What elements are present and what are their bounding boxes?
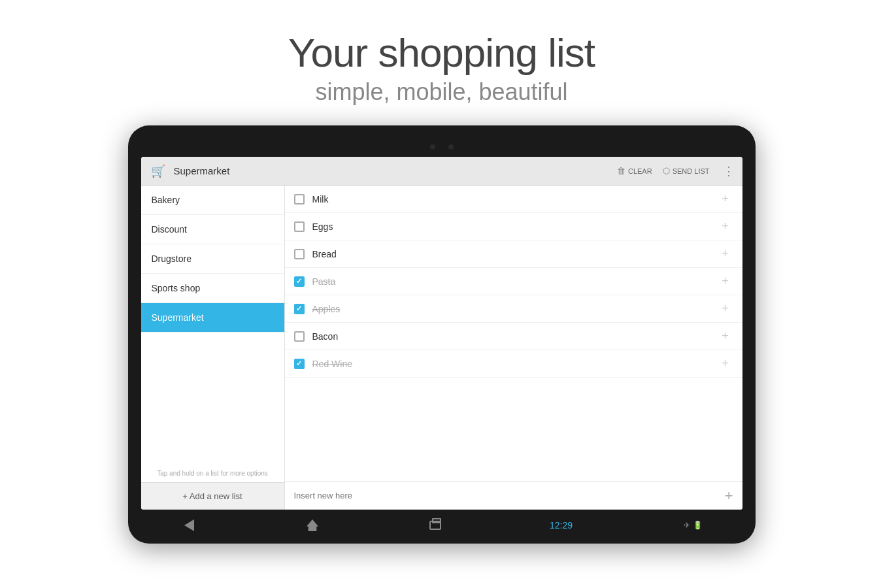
hero-section: Your shopping list simple, mobile, beaut… — [0, 0, 883, 119]
battery-icon: 🔋 — [693, 521, 703, 530]
basket-icon: 🛒 — [151, 164, 165, 178]
checked-box — [294, 276, 305, 287]
add-list-button[interactable]: + Add a new list — [141, 482, 284, 510]
overflow-menu-icon[interactable]: ⋮ — [723, 164, 735, 178]
sidebar: Bakery Discount Drugstore Sports shop Su — [141, 186, 285, 510]
clear-button[interactable]: 🗑 CLEAR — [617, 166, 652, 176]
item-name-bacon: Bacon — [312, 331, 718, 342]
status-time: 12:29 — [550, 520, 573, 531]
item-name-bread: Bread — [312, 249, 718, 259]
item-add-redwine[interactable]: + — [718, 357, 733, 370]
list-item[interactable]: Eggs + — [285, 213, 742, 240]
front-sensor — [448, 144, 454, 150]
screen: 🛒 Supermarket 🗑 CLEAR ⬡ SEND LIST ⋮ — [141, 157, 742, 510]
front-camera — [430, 144, 435, 150]
sidebar-item-bakery[interactable]: Bakery — [141, 186, 284, 215]
item-add-milk[interactable]: + — [718, 192, 733, 206]
trash-icon: 🗑 — [617, 166, 625, 176]
item-name-apples: Apples — [312, 304, 718, 314]
main-content: Milk + Eggs + — [285, 186, 742, 510]
unchecked-box — [294, 221, 305, 232]
item-name-eggs: Eggs — [312, 221, 718, 232]
insert-add-button[interactable]: + — [725, 487, 733, 504]
status-icons: ✈ 🔋 — [684, 521, 703, 530]
item-name-pasta: Pasta — [312, 276, 718, 287]
sidebar-list: Bakery Discount Drugstore Sports shop Su — [141, 186, 284, 465]
app-logo: 🛒 — [149, 162, 167, 180]
list-item[interactable]: Red Wine + — [285, 350, 742, 378]
tablet-wrapper: 🛒 Supermarket 🗑 CLEAR ⬡ SEND LIST ⋮ — [0, 125, 883, 544]
insert-input[interactable] — [294, 491, 725, 500]
recents-icon — [429, 521, 441, 530]
tablet-device: 🛒 Supermarket 🗑 CLEAR ⬡ SEND LIST ⋮ — [128, 125, 756, 544]
item-checkbox-bread[interactable] — [294, 249, 305, 259]
bottom-bezel: 12:29 ✈ 🔋 — [141, 510, 742, 541]
list-item[interactable]: Bread + — [285, 240, 742, 268]
insert-row: + — [285, 481, 742, 510]
list-item[interactable]: Apples + — [285, 295, 742, 323]
clear-label: CLEAR — [628, 167, 652, 175]
recents-button[interactable] — [426, 519, 444, 532]
items-list: Milk + Eggs + — [285, 186, 742, 481]
back-button[interactable] — [180, 519, 199, 532]
sidebar-item-sports-shop[interactable]: Sports shop — [141, 274, 284, 303]
item-name-redwine: Red Wine — [312, 359, 718, 369]
hero-title: Your shopping list — [0, 29, 883, 76]
list-item[interactable]: Pasta + — [285, 268, 742, 295]
list-item[interactable]: Bacon + — [285, 323, 742, 350]
item-checkbox-eggs[interactable] — [294, 221, 305, 232]
send-list-label: SEND LIST — [673, 167, 710, 175]
app-bar: 🛒 Supermarket 🗑 CLEAR ⬡ SEND LIST ⋮ — [141, 157, 742, 186]
app-title: Supermarket — [174, 165, 617, 176]
app-bar-actions: 🗑 CLEAR ⬡ SEND LIST ⋮ — [617, 164, 735, 178]
item-checkbox-redwine[interactable] — [294, 359, 305, 369]
hero-subtitle: simple, mobile, beautiful — [0, 78, 883, 106]
item-checkbox-apples[interactable] — [294, 304, 305, 314]
list-item[interactable]: Milk + — [285, 186, 742, 213]
share-icon: ⬡ — [663, 166, 670, 176]
item-checkbox-bacon[interactable] — [294, 331, 305, 342]
item-add-apples[interactable]: + — [718, 302, 733, 316]
home-button[interactable] — [303, 519, 322, 532]
item-checkbox-pasta[interactable] — [294, 276, 305, 287]
checked-box — [294, 304, 305, 314]
home-icon — [307, 519, 318, 531]
item-add-bacon[interactable]: + — [718, 329, 733, 343]
back-icon — [184, 519, 194, 531]
unchecked-box — [294, 194, 305, 204]
unchecked-box — [294, 331, 305, 342]
checked-box — [294, 359, 305, 369]
sidebar-item-discount[interactable]: Discount — [141, 215, 284, 244]
airplane-icon: ✈ — [684, 521, 690, 530]
content-area: Bakery Discount Drugstore Sports shop Su — [141, 186, 742, 510]
top-bezel — [141, 137, 742, 157]
sidebar-hint: Tap and hold on a list for more options — [141, 465, 284, 482]
sidebar-item-supermarket[interactable]: Supermarket — [141, 303, 284, 333]
item-add-bread[interactable]: + — [718, 247, 733, 261]
item-name-milk: Milk — [312, 194, 718, 204]
send-list-button[interactable]: ⬡ SEND LIST — [663, 166, 710, 176]
sidebar-item-drugstore[interactable]: Drugstore — [141, 244, 284, 274]
unchecked-box — [294, 249, 305, 259]
item-add-pasta[interactable]: + — [718, 274, 733, 288]
item-add-eggs[interactable]: + — [718, 220, 733, 233]
item-checkbox-milk[interactable] — [294, 194, 305, 204]
